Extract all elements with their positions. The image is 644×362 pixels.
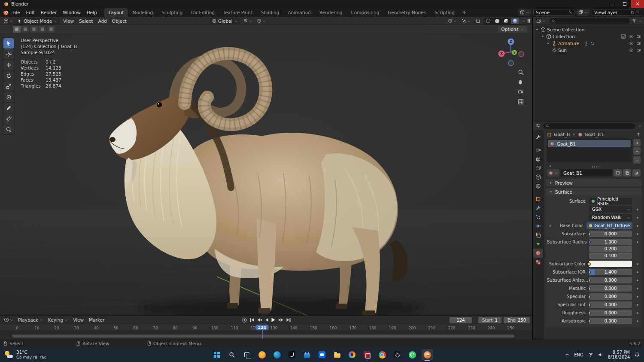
taskbar-app-whatsapp[interactable]	[407, 349, 418, 360]
editor-type-button[interactable]	[2, 18, 14, 24]
blender-logo-icon[interactable]	[3, 9, 9, 15]
scene-field[interactable]: Scene	[533, 9, 574, 16]
frame-end-field[interactable]: End250	[504, 317, 530, 323]
next-keyframe-button[interactable]	[279, 318, 283, 322]
subsurface-anisotropy-slider[interactable]: 0.000	[589, 277, 632, 283]
outliner-row[interactable]: Scene Collection	[533, 26, 644, 33]
viewport-menu-item[interactable]: Add	[95, 18, 109, 24]
taskbar-app-file-explorer[interactable]	[331, 349, 343, 360]
select-mode-subtract[interactable]	[30, 26, 38, 33]
slot-specials-button[interactable]	[633, 156, 641, 164]
subsurface-color-swatch[interactable]	[589, 261, 632, 267]
remove-slot-button[interactable]	[633, 147, 641, 155]
expand-icon[interactable]	[549, 224, 552, 228]
taskbar-app-photos[interactable]	[346, 349, 358, 360]
pan-hand-icon[interactable]	[518, 79, 524, 85]
axis-neg-x[interactable]	[519, 52, 524, 57]
tool-measure[interactable]	[3, 113, 14, 124]
workspace-tab[interactable]: Animation	[283, 8, 315, 17]
eye-toggle[interactable]	[629, 48, 634, 53]
language-indicator[interactable]: ENG	[574, 353, 583, 357]
viewlayer-field[interactable]: ViewLayer	[592, 9, 642, 16]
properties-editor-icon[interactable]	[535, 123, 541, 128]
radius-x-field[interactable]: 1.000	[589, 239, 632, 245]
timeline-ruler[interactable]: 0102030405060708090100110120130140150160…	[0, 324, 532, 331]
workspace-tab[interactable]: Scripting	[430, 8, 459, 17]
shading-wireframe-button[interactable]	[484, 18, 492, 24]
outliner-search-input[interactable]	[549, 18, 630, 24]
subsurface-slider[interactable]: 0.000	[589, 231, 632, 237]
frame-start-field[interactable]: Start1	[478, 317, 501, 323]
clock-widget[interactable]: 8:57 PM 8/16/2024	[608, 350, 630, 359]
timeline-editor-type-button[interactable]	[3, 317, 15, 322]
material-slot[interactable]: Goat_B1	[548, 140, 631, 147]
menu-item[interactable]: Window	[60, 10, 83, 15]
properties-tab-modifiers[interactable]	[533, 204, 543, 213]
tool-scale[interactable]	[3, 81, 14, 91]
current-frame-field[interactable]: 124	[450, 317, 472, 323]
select-mode-extend[interactable]	[21, 26, 29, 33]
viewport-menu-item[interactable]: Object	[109, 18, 129, 24]
taskbar-app-search[interactable]	[226, 349, 237, 360]
tool-annotate[interactable]	[3, 103, 14, 113]
toggle-perspective-icon[interactable]	[518, 99, 524, 105]
specular-slider[interactable]: 0.000	[589, 293, 632, 300]
properties-search-input[interactable]	[543, 123, 635, 129]
navigation-gizmo[interactable]: X Z Y	[495, 35, 527, 67]
outliner-row[interactable]: Collection	[533, 33, 644, 40]
new-material-button[interactable]	[623, 169, 631, 176]
add-slot-button[interactable]	[633, 139, 641, 146]
anisotropic-slider[interactable]: 0.000	[589, 318, 632, 324]
eye-toggle[interactable]	[629, 34, 634, 39]
chevron-down-icon[interactable]	[522, 19, 526, 23]
clear-icon[interactable]	[636, 11, 640, 14]
menu-item[interactable]: Render	[38, 10, 60, 15]
unlink-button[interactable]	[632, 169, 641, 176]
workspace-tab[interactable]: Geometry Nodes	[383, 8, 430, 17]
viewlayer-browse-button[interactable]	[577, 9, 589, 16]
snap-toggle[interactable]	[242, 18, 254, 23]
properties-tab-world[interactable]	[533, 182, 543, 191]
playhead-badge[interactable]: 124	[255, 325, 269, 330]
options-dropdown[interactable]: Options	[498, 26, 527, 33]
breadcrumb-material[interactable]: Goat_B1	[585, 132, 604, 137]
taskbar-app-store[interactable]	[301, 349, 313, 360]
taskbar-app-start[interactable]	[211, 349, 222, 360]
properties-tab-view-layer[interactable]	[533, 164, 543, 173]
menu-item[interactable]: Edit	[23, 10, 38, 15]
mode-select[interactable]: Object Mode	[15, 18, 60, 24]
base-color-texture-button[interactable]: Goat_B1_Diffuse	[586, 222, 632, 229]
workspace-tab[interactable]: Compositing	[347, 8, 384, 17]
timeline-scrollbar[interactable]	[12, 335, 514, 338]
cam-toggle[interactable]	[636, 34, 641, 39]
camera-view-icon[interactable]	[518, 89, 524, 95]
metallic-slider[interactable]: 0.000	[589, 285, 632, 292]
wifi-icon[interactable]	[588, 352, 593, 357]
roughness-slider[interactable]: 0.000	[589, 310, 632, 316]
filter-icon[interactable]	[632, 19, 636, 23]
outliner-editor-type-button[interactable]	[535, 18, 547, 24]
select-mode-invert[interactable]	[39, 26, 46, 33]
playhead-line[interactable]	[262, 330, 263, 339]
properties-tab-physics[interactable]	[533, 222, 543, 231]
taskbar-app-tiktok[interactable]	[286, 349, 298, 360]
distribution-select[interactable]: GGX	[589, 206, 632, 213]
speaker-icon[interactable]	[598, 352, 603, 357]
subsurface-ior-slider[interactable]: 1.400	[589, 269, 632, 275]
tool-move[interactable]	[3, 60, 14, 70]
workspace-tab[interactable]: Shading	[257, 8, 284, 17]
pin-icon[interactable]	[636, 132, 641, 137]
taskbar-app-capcut[interactable]	[392, 349, 403, 360]
subsurface-method-select[interactable]: Random Walk	[589, 214, 632, 221]
properties-tab-material[interactable]	[533, 249, 543, 258]
timeline-track[interactable]	[0, 331, 532, 339]
taskbar-app-edge[interactable]	[271, 349, 283, 360]
properties-tab-object[interactable]	[533, 195, 543, 204]
properties-tab-render[interactable]	[533, 146, 543, 155]
workspace-tab[interactable]: Texture Paint	[219, 8, 257, 17]
scene-browse-button[interactable]	[518, 9, 531, 16]
workspace-tab[interactable]: Sculpting	[157, 8, 187, 17]
3d-viewport[interactable]: User Perspective (124) Collection | Goat…	[0, 34, 532, 316]
preview-panel-header[interactable]: Preview	[546, 179, 641, 186]
workspace-tab[interactable]: UV Editing	[187, 8, 219, 17]
